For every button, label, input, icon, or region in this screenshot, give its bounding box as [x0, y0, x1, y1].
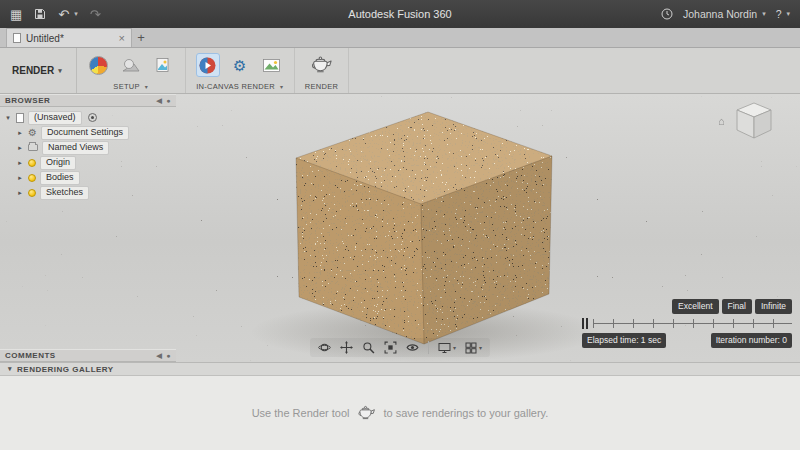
decal-button[interactable]: [151, 53, 175, 77]
display-settings-button[interactable]: ▾: [438, 342, 456, 354]
tree-item-named-views[interactable]: ▸ Named Views: [4, 140, 176, 155]
gear-icon: ⚙: [28, 128, 37, 138]
expand-icon[interactable]: ▸: [16, 189, 24, 197]
help-icon: ?: [776, 8, 782, 20]
expand-icon[interactable]: ▸: [16, 159, 24, 167]
redo-icon: ↷: [90, 7, 101, 22]
tree-root[interactable]: ▾ (Unsaved): [4, 110, 176, 125]
app-grid-icon[interactable]: ▦: [10, 7, 22, 22]
scene-settings-icon: [121, 55, 141, 75]
navbar-separator: [428, 341, 429, 354]
toolbar: RENDER ▾: [0, 48, 800, 94]
tree-item-origin[interactable]: ▸ Origin: [4, 155, 176, 170]
root-label[interactable]: (Unsaved): [28, 111, 82, 125]
browser-header[interactable]: BROWSER ◀ ●: [0, 94, 176, 107]
folder-icon: [28, 144, 38, 151]
render-button[interactable]: [309, 53, 333, 77]
render-settings-button[interactable]: ⚙: [228, 53, 252, 77]
user-menu[interactable]: Johanna Nordin ▾: [683, 8, 766, 20]
lightbulb-icon[interactable]: [28, 189, 36, 197]
browser-tree: ▾ (Unsaved) ▸ ⚙ Document Settings ▸ Name…: [0, 107, 176, 200]
quality-slider[interactable]: [582, 318, 792, 329]
viewcube[interactable]: ⌂: [718, 96, 788, 146]
look-at-button[interactable]: [406, 341, 419, 354]
zoom-button[interactable]: [362, 341, 375, 354]
chevron-down-icon: ▾: [8, 365, 12, 373]
toolbar-group-incanvas: ⚙ IN-CANVAS RENDER ▾: [186, 48, 295, 93]
tree-item-sketches[interactable]: ▸ Sketches: [4, 185, 176, 200]
incanvas-group-label[interactable]: IN-CANVAS RENDER ▾: [196, 82, 283, 91]
tree-item-bodies[interactable]: ▸ Bodies: [4, 170, 176, 185]
viewcube-icon: [731, 98, 777, 144]
clock-icon[interactable]: [661, 8, 673, 20]
titlebar: ▦ ↶ ▾ ↷ Autodesk Fusion 360 Johanna Nord…: [0, 0, 800, 28]
quality-preset-final[interactable]: Final: [722, 299, 752, 314]
toolbar-group-render: RENDER: [295, 48, 349, 93]
rendering-gallery-body: Use the Render tool to save renderings t…: [0, 376, 800, 450]
fit-button[interactable]: [384, 341, 397, 354]
lightbulb-icon[interactable]: [28, 174, 36, 182]
gallery-empty-caption: Use the Render tool to save renderings t…: [252, 405, 549, 421]
redo-button[interactable]: ↷: [90, 7, 101, 22]
pan-button[interactable]: [340, 341, 353, 354]
browser-panel: BROWSER ◀ ● ▾ (Unsaved) ▸ ⚙ Document Set…: [0, 94, 176, 200]
chevron-down-icon: ▾: [453, 344, 456, 351]
tabbar: Untitled* × +: [0, 28, 800, 48]
slider-track[interactable]: [593, 319, 792, 328]
scene-settings-button[interactable]: [119, 53, 143, 77]
undo-icon: ↶: [58, 7, 69, 22]
workspace-label: RENDER: [12, 65, 54, 76]
orbit-button[interactable]: [318, 341, 331, 354]
chevron-down-icon: ▾: [786, 10, 790, 18]
gear-icon: ⚙: [233, 58, 246, 73]
quality-preset-excellent[interactable]: Excellent: [672, 299, 719, 314]
look-at-icon: [406, 341, 419, 354]
capture-image-button[interactable]: [260, 53, 284, 77]
panel-options-icon[interactable]: ●: [166, 97, 171, 104]
grid-icon: [465, 342, 477, 354]
comments-header[interactable]: COMMENTS ◀ ●: [0, 349, 176, 362]
close-icon[interactable]: ×: [119, 33, 125, 44]
visibility-radio-icon[interactable]: [88, 113, 97, 122]
render-quality-widget: Excellent Final Infinite Elapsed time: 1…: [582, 299, 792, 348]
tab-untitled[interactable]: Untitled* ×: [6, 28, 132, 47]
document-icon: [13, 33, 21, 43]
render-group-label[interactable]: RENDER: [305, 82, 338, 91]
render-canvas[interactable]: ⌂ BROWSER ◀ ● ▾ (Unsaved): [0, 94, 800, 362]
zoom-icon: [362, 341, 375, 354]
teapot-icon: [356, 405, 376, 421]
comments-panel: COMMENTS ◀ ●: [0, 349, 176, 362]
panel-collapse-icon[interactable]: ◀: [156, 352, 162, 360]
chevron-down-icon: ▾: [479, 344, 482, 351]
quality-preset-infinite[interactable]: Infinite: [755, 299, 792, 314]
fusion-window: ▦ ↶ ▾ ↷ Autodesk Fusion 360 Johanna Nord…: [0, 0, 800, 450]
expand-icon[interactable]: ▾: [4, 114, 12, 122]
decal-icon: [154, 56, 172, 74]
help-menu[interactable]: ? ▾: [776, 8, 790, 20]
expand-icon[interactable]: ▸: [16, 144, 24, 152]
chevron-down-icon: ▾: [145, 83, 148, 90]
panel-collapse-icon[interactable]: ◀: [156, 97, 162, 105]
user-name: Johanna Nordin: [683, 8, 757, 20]
iteration-badge: Iteration number: 0: [711, 333, 792, 348]
save-icon[interactable]: [34, 8, 46, 20]
new-tab-button[interactable]: +: [132, 28, 150, 47]
rendering-gallery-header[interactable]: ▾ RENDERING GALLERY: [0, 362, 800, 376]
panel-options-icon[interactable]: ●: [166, 352, 171, 359]
tree-item-document-settings[interactable]: ▸ ⚙ Document Settings: [4, 125, 176, 140]
appearance-button[interactable]: [87, 53, 111, 77]
setup-group-label[interactable]: SETUP ▾: [113, 82, 148, 91]
grid-display-button[interactable]: ▾: [465, 342, 482, 354]
expand-icon[interactable]: ▸: [16, 174, 24, 182]
undo-button[interactable]: ↶ ▾: [58, 7, 77, 22]
expand-icon[interactable]: ▸: [16, 129, 24, 137]
slider-handle[interactable]: [582, 318, 588, 329]
in-canvas-render-button[interactable]: [196, 53, 220, 77]
lightbulb-icon[interactable]: [28, 159, 36, 167]
appearance-icon: [89, 56, 108, 75]
home-icon[interactable]: ⌂: [718, 115, 725, 127]
teapot-icon: [309, 55, 333, 75]
display-settings-icon: [438, 342, 451, 354]
fit-icon: [384, 341, 397, 354]
workspace-switcher[interactable]: RENDER ▾: [0, 48, 77, 93]
